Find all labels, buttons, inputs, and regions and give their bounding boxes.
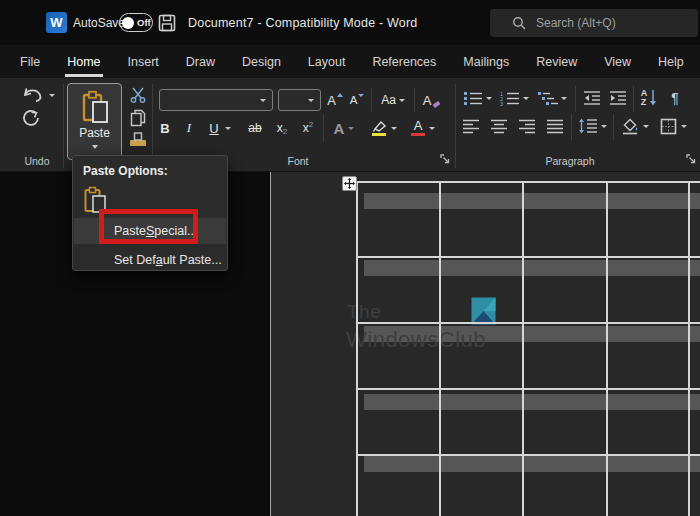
menu-tab-home[interactable]: Home	[67, 55, 100, 69]
menu-tab-file[interactable]: File	[20, 55, 40, 69]
table-border	[522, 181, 524, 516]
autosave-toggle[interactable]: Off	[119, 13, 153, 32]
highlight-color-button[interactable]	[366, 116, 402, 140]
change-case-letters: Aa	[381, 93, 396, 107]
search-icon	[512, 16, 526, 30]
set-default-label-post: ult Paste...	[163, 253, 222, 267]
font-color-button[interactable]: A	[406, 116, 440, 140]
paste-button[interactable]: Paste	[67, 83, 122, 160]
table-border	[356, 454, 700, 456]
increase-indent-icon	[609, 90, 627, 106]
font-name-chevron-icon	[260, 99, 266, 102]
change-case-button[interactable]: Aa	[378, 90, 408, 110]
underline-chevron-icon	[225, 127, 231, 130]
menu-bar: File Home Insert Draw Design Layout Refe…	[0, 45, 700, 78]
menu-tab-mailings[interactable]: Mailings	[463, 55, 509, 69]
save-button[interactable]	[157, 13, 177, 33]
font-name-combobox[interactable]	[159, 89, 273, 111]
undo-button[interactable]	[20, 85, 56, 105]
align-center-button[interactable]	[489, 116, 509, 136]
shrink-font-button[interactable]: A	[348, 90, 366, 110]
justify-button[interactable]	[545, 116, 565, 136]
table-shaded-row	[364, 193, 700, 209]
small-separator	[575, 86, 576, 112]
numbering-button[interactable]: 1 2 3	[498, 88, 530, 108]
menu-tab-help[interactable]: Help	[658, 55, 684, 69]
font-size-combobox[interactable]	[278, 89, 321, 111]
italic-button[interactable]: I	[182, 117, 196, 139]
search-box[interactable]: Search (Alt+Q)	[490, 9, 698, 37]
shrink-font-letter: A	[350, 94, 358, 106]
bold-button[interactable]: B	[157, 117, 173, 139]
table-border	[606, 181, 608, 516]
redo-button[interactable]	[19, 106, 43, 130]
line-spacing-button[interactable]	[576, 116, 608, 136]
cut-button[interactable]	[128, 86, 148, 104]
decrease-indent-button[interactable]	[581, 88, 603, 108]
document-page[interactable]: The WindowsClub	[271, 172, 700, 516]
menu-tab-review[interactable]: Review	[536, 55, 577, 69]
undo-group-label: Undo	[14, 155, 60, 167]
bullets-button[interactable]	[461, 88, 493, 108]
table-move-handle[interactable]	[342, 176, 357, 191]
table-shaded-row	[364, 456, 700, 472]
menu-tab-draw[interactable]: Draw	[186, 55, 215, 69]
multilevel-list-icon	[538, 90, 558, 106]
paragraph-dialog-launcher[interactable]	[686, 154, 697, 165]
copy-button[interactable]	[128, 108, 148, 128]
group-separator	[63, 84, 64, 168]
menu-tab-references[interactable]: References	[372, 55, 436, 69]
copy-icon	[130, 109, 146, 127]
align-right-button[interactable]	[517, 116, 537, 136]
redo-icon	[21, 108, 41, 128]
word-app-icon[interactable]: W	[46, 12, 67, 33]
menu-tab-design[interactable]: Design	[242, 55, 281, 69]
small-separator	[414, 88, 415, 112]
small-separator	[323, 115, 324, 141]
format-painter-button[interactable]	[126, 130, 150, 150]
undo-dropdown-chevron-icon[interactable]	[49, 94, 55, 97]
table-border	[356, 256, 700, 258]
sort-button[interactable]: AZ	[637, 86, 661, 110]
small-separator	[371, 88, 372, 112]
table-border	[356, 181, 358, 516]
autosave-label: AutoSave	[73, 16, 125, 30]
table-border	[356, 322, 700, 324]
show-hide-marks-button[interactable]: ¶	[666, 87, 684, 109]
align-left-icon	[462, 119, 480, 134]
set-default-paste-menu-item[interactable]: Set Default Paste...	[74, 247, 226, 273]
paste-dropdown-chevron-icon[interactable]	[92, 145, 98, 149]
shrink-caret-icon	[358, 94, 364, 97]
change-case-chevron-icon	[399, 99, 405, 102]
text-effects-button[interactable]: A	[329, 117, 359, 139]
format-painter-icon	[128, 131, 148, 149]
table-border	[356, 181, 700, 183]
menu-tab-insert[interactable]: Insert	[128, 55, 159, 69]
multilevel-list-button[interactable]	[535, 88, 569, 108]
superscript-mark: 2	[309, 120, 313, 129]
font-dialog-launcher[interactable]	[440, 154, 451, 165]
set-default-label-pre: Set Def	[114, 253, 156, 267]
clear-formatting-button[interactable]: A	[420, 90, 444, 110]
subscript-button[interactable]: x 2	[272, 117, 292, 139]
sort-arrow-icon	[649, 89, 657, 107]
title-bar: W AutoSave Off Document7 - Compatibility…	[0, 0, 700, 45]
borders-button[interactable]	[656, 116, 690, 136]
underline-button[interactable]: U	[204, 117, 236, 139]
grow-font-button[interactable]: A	[326, 90, 344, 110]
shading-button[interactable]	[618, 116, 652, 136]
search-placeholder: Search (Alt+Q)	[536, 16, 616, 30]
svg-text:3: 3	[500, 101, 503, 107]
justify-icon	[546, 119, 564, 134]
increase-indent-button[interactable]	[607, 88, 629, 108]
strikethrough-button[interactable]: ab	[244, 117, 266, 139]
menu-tab-layout[interactable]: Layout	[308, 55, 346, 69]
menu-tab-view[interactable]: View	[604, 55, 631, 69]
dialog-launcher-icon	[686, 154, 697, 165]
italic-letter: I	[187, 120, 191, 136]
superscript-button[interactable]: x 2	[298, 117, 318, 139]
set-default-accel-key: a	[156, 253, 163, 267]
autosave-state: Off	[137, 17, 151, 28]
align-left-button[interactable]	[461, 116, 481, 136]
undo-icon	[21, 87, 45, 103]
